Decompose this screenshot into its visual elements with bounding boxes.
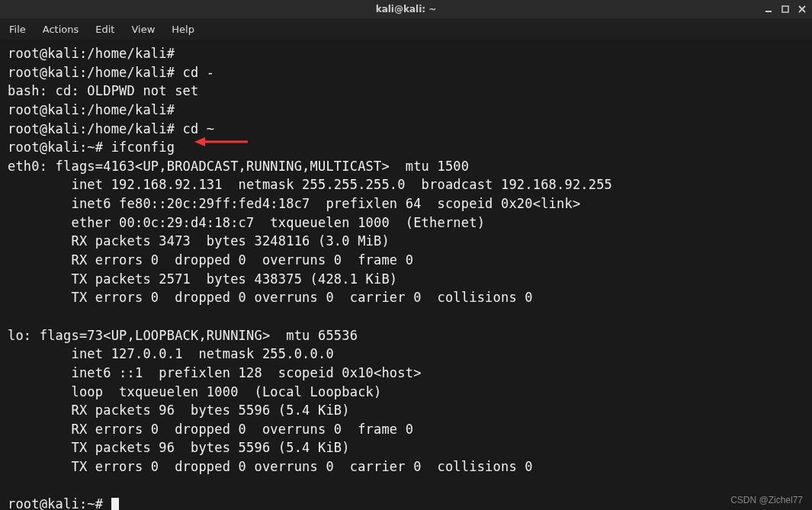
window-titlebar: kali@kali: ~ [0,0,812,18]
terminal-line: RX packets 96 bytes 5596 (5.4 KiB) [8,403,350,418]
maximize-icon[interactable] [780,4,791,14]
terminal-line: TX packets 2571 bytes 438375 (428.1 KiB) [8,271,397,287]
terminal-line: inet 127.0.0.1 netmask 255.0.0.0 [8,346,334,361]
menubar: File Actions Edit View Help [0,18,812,40]
terminal-line: loop txqueuelen 1000 (Local Loopback) [8,384,381,399]
window-controls [763,4,807,14]
terminal-line: TX errors 0 dropped 0 overruns 0 carrier… [8,459,533,474]
terminal-line: TX errors 0 dropped 0 overruns 0 carrier… [8,290,533,305]
minimize-icon[interactable] [763,4,774,14]
watermark-text: CSDN @Zichel77 [730,495,803,505]
terminal-line: root@kali:~# ifconfig [8,140,175,155]
terminal-line: eth0: flags=4163<UP,BROADCAST,RUNNING,MU… [8,159,469,174]
terminal-line: inet6 fe80::20c:29ff:fed4:18c7 prefixlen… [8,196,580,211]
terminal-line: inet6 ::1 prefixlen 128 scopeid 0x10<hos… [8,365,422,380]
menu-file[interactable]: File [9,24,26,35]
menu-help[interactable]: Help [172,24,194,35]
terminal-line: root@kali:/home/kali# cd - [8,65,214,80]
terminal-line: RX errors 0 dropped 0 overruns 0 frame 0 [8,422,413,437]
menu-actions[interactable]: Actions [43,24,79,35]
terminal-line: root@kali:/home/kali# [8,102,175,117]
close-icon[interactable] [797,4,807,14]
terminal-line: TX packets 96 bytes 5596 (5.4 KiB) [8,440,350,455]
terminal-line: RX errors 0 dropped 0 overruns 0 frame 0 [8,252,413,268]
menu-edit[interactable]: Edit [95,24,114,35]
window-title: kali@kali: ~ [376,4,437,14]
terminal-cursor [111,498,119,510]
terminal-line: inet 192.168.92.131 netmask 255.255.255.… [8,177,612,192]
svg-rect-1 [782,6,788,12]
terminal-line: root@kali:/home/kali# [8,46,175,61]
terminal-line: lo: flags=73<UP,LOOPBACK,RUNNING> mtu 65… [8,328,358,343]
terminal-output[interactable]: root@kali:/home/kali# root@kali:/home/ka… [0,40,812,510]
terminal-line: RX packets 3473 bytes 3248116 (3.0 MiB) [8,233,390,249]
terminal-line: bash: cd: OLDPWD not set [8,83,198,98]
terminal-line: ether 00:0c:29:d4:18:c7 txqueuelen 1000 … [8,215,485,230]
terminal-line: root@kali:/home/kali# cd ~ [8,121,214,136]
terminal-prompt: root@kali:~# [8,496,111,510]
menu-view[interactable]: View [131,24,155,35]
